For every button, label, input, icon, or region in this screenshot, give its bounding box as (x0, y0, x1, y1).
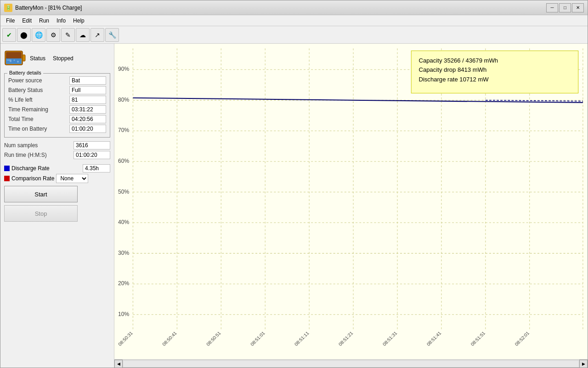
app-icon: 🔋 (4, 4, 12, 12)
scroll-right-button[interactable]: ▶ (579, 360, 588, 368)
menu-bar: File Edit Run Info Help (0, 15, 588, 26)
total-time-value: 04:20:56 (69, 115, 106, 123)
svg-rect-1 (23, 55, 25, 61)
svg-text:10%: 10% (118, 311, 129, 317)
svg-point-5 (10, 60, 11, 62)
comparison-rate-label: Comparison Rate (11, 175, 54, 182)
battery-details-group: Battery details Power source Bat Battery… (4, 73, 110, 138)
left-panel: Status Stopped Battery details Power sou… (0, 44, 114, 368)
svg-rect-3 (6, 58, 22, 64)
battery-status-row: Battery Status Full (8, 86, 106, 94)
svg-text:90%: 90% (118, 66, 129, 72)
stop-icon[interactable]: ⬤ (17, 28, 31, 42)
svg-text:50%: 50% (118, 189, 129, 195)
run-time-value: 01:00:20 (74, 151, 110, 159)
tools-icon[interactable]: 🔧 (105, 28, 119, 42)
menu-help[interactable]: Help (69, 17, 88, 25)
scroll-left-button[interactable]: ◀ (114, 360, 123, 368)
status-label-group: Status Stopped (30, 55, 74, 62)
battery-details-legend: Battery details (7, 70, 43, 75)
svg-text:80%: 80% (118, 97, 129, 103)
svg-text:Discharge rate 10712 mW: Discharge rate 10712 mW (418, 76, 489, 83)
main-content: Status Stopped Battery details Power sou… (0, 44, 588, 368)
metrics-section: Num samples 3616 Run time (H:M:S) 01:00:… (4, 141, 110, 161)
total-time-row: Total Time 04:20:56 (8, 115, 106, 123)
status-label: Status (30, 55, 45, 62)
discharge-rate-label: Discharge Rate (11, 165, 81, 172)
num-samples-label: Num samples (4, 142, 38, 149)
title-bar: 🔋 BatteryMon - [81% Charge] ─ □ ✕ (0, 0, 588, 15)
globe-icon[interactable]: 🌐 (32, 28, 45, 42)
menu-file[interactable]: File (2, 17, 18, 25)
time-remaining-label: Time Remaining (8, 106, 48, 113)
time-on-battery-label: Time on Battery (8, 126, 47, 132)
battery-icon (4, 47, 26, 69)
battery-status-label: Battery Status (8, 87, 43, 93)
menu-info[interactable]: Info (53, 17, 69, 25)
window-controls: ─ □ ✕ (546, 3, 584, 12)
total-time-label: Total Time (8, 116, 34, 122)
power-source-value: Bat (69, 76, 106, 85)
svg-text:40%: 40% (118, 219, 129, 225)
status-row: Status Stopped (4, 47, 110, 69)
scroll-track[interactable] (123, 360, 579, 368)
svg-point-6 (14, 60, 15, 61)
horizontal-scrollbar: ◀ ▶ (114, 359, 588, 368)
start-button[interactable]: Start (4, 186, 78, 202)
power-source-row: Power source Bat (8, 76, 106, 85)
comparison-rate-row: Comparison Rate None 1h 2h 3h 4h 5h 6h 8… (4, 174, 110, 183)
cloud-icon[interactable]: ☁ (76, 28, 90, 42)
edit-icon[interactable]: ✎ (61, 28, 75, 42)
chart-svg: 90% 80% 70% 60% 50% 40% 30% 20% 10% 08:5… (114, 44, 588, 359)
discharge-rate-dot (4, 166, 10, 171)
minimize-button[interactable]: ─ (546, 3, 558, 12)
run-time-label: Run time (H:M:S) (4, 152, 47, 158)
life-left-value: 81 (69, 96, 106, 104)
comparison-rate-select[interactable]: None 1h 2h 3h 4h 5h 6h 8h 10h 12h (56, 174, 88, 183)
svg-text:Capacity drop 8413 mWh: Capacity drop 8413 mWh (418, 66, 486, 73)
close-button[interactable]: ✕ (572, 3, 584, 12)
svg-text:Capacity 35266 / 43679 mWh: Capacity 35266 / 43679 mWh (418, 57, 498, 64)
num-samples-value: 3616 (74, 141, 110, 150)
settings-icon[interactable]: ⚙ (46, 28, 60, 42)
svg-text:30%: 30% (118, 250, 129, 256)
svg-point-7 (17, 61, 19, 63)
status-value: Stopped (53, 55, 74, 62)
maximize-button[interactable]: □ (559, 3, 571, 12)
time-remaining-row: Time Remaining 03:31:22 (8, 105, 106, 114)
main-window: 🔋 BatteryMon - [81% Charge] ─ □ ✕ File E… (0, 0, 588, 368)
stop-button[interactable]: Stop (4, 205, 78, 222)
check-icon[interactable]: ✔ (2, 28, 16, 42)
export-icon[interactable]: ↗ (90, 28, 104, 42)
chart-container: 90% 80% 70% 60% 50% 40% 30% 20% 10% 08:5… (114, 44, 588, 359)
chart-area: 90% 80% 70% 60% 50% 40% 30% 20% 10% 08:5… (114, 44, 588, 368)
time-on-battery-row: Time on Battery 01:00:20 (8, 125, 106, 133)
menu-edit[interactable]: Edit (18, 17, 35, 25)
window-title: BatteryMon - [81% Charge] (15, 5, 546, 11)
svg-text:60%: 60% (118, 158, 129, 164)
life-left-label: % Life left (8, 97, 33, 103)
num-samples-row: Num samples 3616 (4, 141, 110, 150)
discharge-rate-row: Discharge Rate 4.35h (4, 164, 110, 172)
time-remaining-value: 03:31:22 (69, 105, 106, 114)
comparison-rate-dot (4, 176, 10, 181)
discharge-rate-value: 4.35h (83, 164, 110, 172)
svg-text:20%: 20% (118, 280, 129, 287)
life-left-row: % Life left 81 (8, 96, 106, 104)
battery-status-value: Full (69, 86, 106, 94)
run-time-row: Run time (H:M:S) 01:00:20 (4, 151, 110, 159)
menu-run[interactable]: Run (35, 17, 53, 25)
svg-text:70%: 70% (118, 127, 129, 133)
toolbar: ✔ ⬤ 🌐 ⚙ ✎ ☁ ↗ 🔧 (0, 26, 588, 44)
power-source-label: Power source (8, 77, 42, 84)
time-on-battery-value: 01:00:20 (69, 125, 106, 133)
